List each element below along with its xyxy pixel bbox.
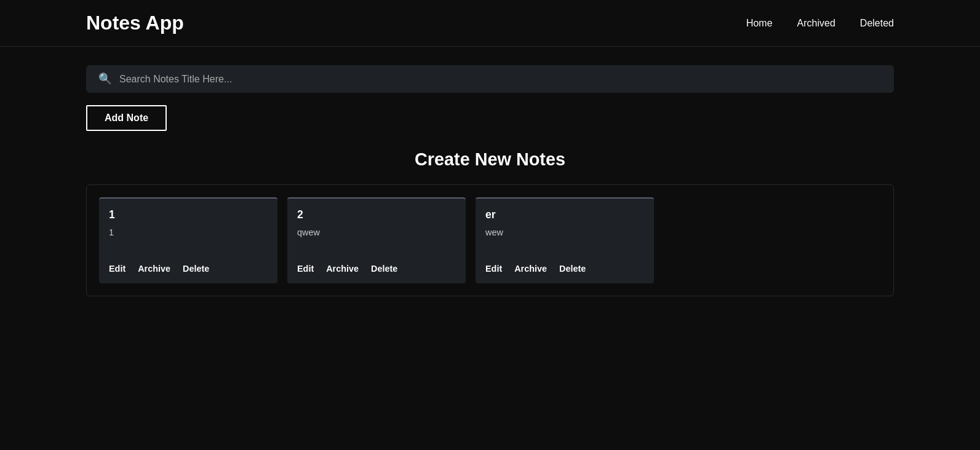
nav-link-deleted[interactable]: Deleted bbox=[860, 18, 894, 29]
note-title: 2 bbox=[297, 208, 456, 221]
note-body: qwew bbox=[297, 227, 456, 254]
note-actions: EditArchiveDelete bbox=[109, 264, 268, 274]
nav-link-home[interactable]: Home bbox=[746, 18, 773, 29]
app-title: Notes App bbox=[86, 12, 184, 34]
section-title: Create New Notes bbox=[86, 149, 894, 170]
note-archive-button[interactable]: Archive bbox=[138, 264, 170, 274]
note-card: erwewEditArchiveDelete bbox=[476, 197, 654, 283]
search-input[interactable] bbox=[119, 74, 882, 85]
note-delete-button[interactable]: Delete bbox=[183, 264, 209, 274]
note-edit-button[interactable]: Edit bbox=[109, 264, 125, 274]
note-edit-button[interactable]: Edit bbox=[485, 264, 502, 274]
note-archive-button[interactable]: Archive bbox=[326, 264, 359, 274]
note-delete-button[interactable]: Delete bbox=[559, 264, 586, 274]
note-edit-button[interactable]: Edit bbox=[297, 264, 314, 274]
notes-container: 11EditArchiveDelete2qwewEditArchiveDelet… bbox=[86, 184, 894, 296]
note-title: 1 bbox=[109, 208, 268, 221]
nav-links: Home Archived Deleted bbox=[746, 18, 894, 29]
note-body: 1 bbox=[109, 227, 268, 254]
search-bar: 🔍 bbox=[86, 65, 894, 93]
main-content: 🔍 Add Note Create New Notes 11EditArchiv… bbox=[0, 47, 980, 315]
note-delete-button[interactable]: Delete bbox=[371, 264, 397, 274]
note-card: 11EditArchiveDelete bbox=[99, 197, 277, 283]
note-actions: EditArchiveDelete bbox=[297, 264, 456, 274]
navbar: Notes App Home Archived Deleted bbox=[0, 0, 980, 47]
note-card: 2qwewEditArchiveDelete bbox=[287, 197, 466, 283]
add-note-button[interactable]: Add Note bbox=[86, 105, 167, 131]
note-actions: EditArchiveDelete bbox=[485, 264, 644, 274]
note-archive-button[interactable]: Archive bbox=[514, 264, 547, 274]
note-body: wew bbox=[485, 227, 644, 254]
nav-link-archived[interactable]: Archived bbox=[797, 18, 835, 29]
search-icon: 🔍 bbox=[98, 73, 112, 85]
note-title: er bbox=[485, 208, 644, 221]
